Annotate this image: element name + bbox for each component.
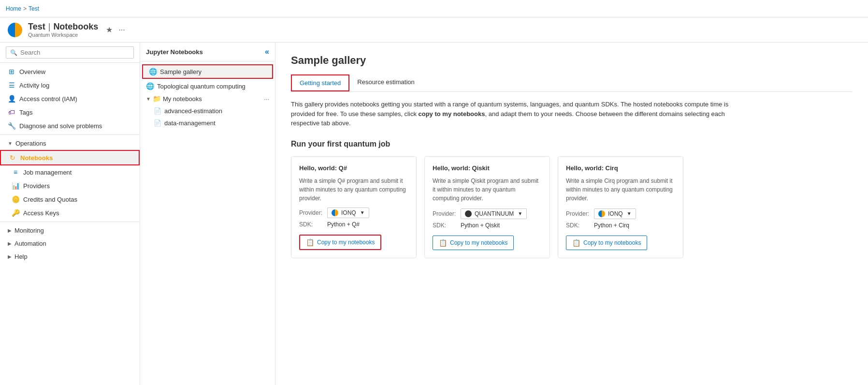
sidebar-item-job-management[interactable]: ≡ Job management (0, 165, 140, 179)
sidebar-section-monitoring[interactable]: ▶ Monitoring (0, 224, 140, 237)
sidebar-label-job-management: Job management (23, 169, 72, 176)
provider-name-qsharp: IONQ (341, 209, 356, 216)
copy-label-cirq: Copy to my notebooks (583, 239, 641, 246)
tab-getting-started[interactable]: Getting started (291, 74, 349, 91)
breadcrumb-bar: Home > Test (0, 0, 868, 17)
card-meta-qiskit: Provider: QUANTINUUM ▼ SDK: Python + Qis… (433, 208, 542, 229)
quantinuum-icon (465, 210, 472, 217)
sidebar-item-providers[interactable]: 📊 Providers (0, 179, 140, 192)
sdk-row-cirq: SDK: Python + Cirq (566, 222, 675, 229)
operations-label: Operations (15, 140, 46, 147)
sidebar-item-access-control[interactable]: 👤 Access control (IAM) (0, 92, 140, 105)
tree-section-my-notebooks[interactable]: ▼ 📁 My notebooks ··· (140, 92, 275, 105)
chevron-right-icon-2: ▶ (8, 241, 12, 246)
left-sidebar: 🔍 ⊞ Overview ☰ Activity log 👤 Access con… (0, 43, 140, 385)
sidebar-section-automation[interactable]: ▶ Automation (0, 237, 140, 250)
page-title: Sample gallery (291, 54, 853, 67)
sidebar-label-access-control: Access control (IAM) (19, 95, 77, 103)
provider-row-qsharp: Provider: IONQ ▼ (299, 207, 408, 218)
sdk-label-qsharp: SDK: (299, 221, 323, 228)
card-desc-qsharp: Write a simple Q# program and submit it … (299, 177, 408, 203)
sidebar-label-providers: Providers (23, 182, 50, 190)
file-icon-2: 📄 (154, 119, 161, 127)
card-title-qiskit: Hello, world: Qiskit (433, 164, 542, 172)
provider-select-cirq[interactable]: IONQ ▼ (594, 208, 636, 219)
main-content: Sample gallery Getting started Resource … (275, 43, 868, 385)
notebook-panel: Jupyter Notebooks « 🌐 Sample gallery 🌐 T… (140, 43, 275, 385)
search-icon: 🔍 (10, 49, 17, 56)
copy-label-qiskit: Copy to my notebooks (450, 239, 507, 246)
card-meta-qsharp: Provider: IONQ ▼ SDK: Python + Q# (299, 207, 408, 228)
card-title-cirq: Hello, world: Cirq (566, 164, 675, 172)
copy-label-qsharp: Copy to my notebooks (317, 239, 375, 246)
chevron-down-provider-cirq: ▼ (627, 211, 632, 216)
tree-label-topological: Topological quantum computing (157, 83, 246, 90)
grid-icon: ⊞ (8, 68, 15, 75)
sidebar-item-diagnose[interactable]: 🔧 Diagnose and solve problems (0, 119, 140, 133)
app-logo (8, 23, 22, 37)
globe-icon-2: 🌐 (146, 82, 154, 90)
chevron-down-provider-qsharp: ▼ (360, 210, 365, 215)
card-meta-cirq: Provider: IONQ ▼ SDK: Python + Cirq (566, 208, 675, 229)
sidebar-section-operations[interactable]: ▼ Operations (0, 137, 140, 150)
tree-item-sample-gallery[interactable]: 🌐 Sample gallery (142, 64, 273, 79)
sidebar-label-overview: Overview (19, 68, 45, 75)
tab-resource-estimation[interactable]: Resource estimation (349, 74, 422, 91)
notebook-tree: 🌐 Sample gallery 🌐 Topological quantum c… (140, 61, 275, 385)
copy-button-qiskit[interactable]: 📋 Copy to my notebooks (433, 236, 514, 250)
copy-icon-qsharp: 📋 (306, 238, 314, 246)
sdk-value-cirq: Python + Cirq (594, 222, 629, 229)
provider-label-qsharp: Provider: (299, 209, 323, 216)
provider-select-qiskit[interactable]: QUANTINUUM ▼ (461, 208, 527, 219)
my-notebooks-more-icon[interactable]: ··· (264, 95, 269, 103)
file-icon: 📄 (154, 107, 161, 115)
card-hello-qsharp: Hello, world: Q# Write a simple Q# progr… (291, 156, 417, 258)
person-icon: 👤 (8, 95, 15, 103)
sidebar-label-diagnose: Diagnose and solve problems (19, 122, 102, 130)
sync-icon: ↻ (9, 154, 16, 162)
copy-icon-qiskit: 📋 (439, 239, 447, 247)
sidebar-item-overview[interactable]: ⊞ Overview (0, 65, 140, 78)
breadcrumb-home[interactable]: Home (6, 5, 21, 12)
more-options-icon[interactable]: ··· (118, 26, 125, 34)
section-title-first-job: Run your first quantum job (291, 140, 853, 148)
content-tabs: Getting started Resource estimation (291, 74, 853, 92)
tree-item-advanced-estimation[interactable]: 📄 advanced-estimation (140, 105, 275, 117)
breadcrumb-current[interactable]: Test (29, 5, 39, 12)
key-icon: 🔑 (12, 209, 19, 217)
lines-icon: ≡ (12, 168, 19, 176)
app-header: Test | Notebooks Quantum Workspace ★ ··· (0, 17, 868, 43)
sidebar-item-credits-quotas[interactable]: 🪙 Credits and Quotas (0, 192, 140, 206)
workspace-subtitle: Quantum Workspace (28, 32, 98, 38)
sdk-row-qiskit: SDK: Python + Qiskit (433, 222, 542, 229)
globe-icon: 🌐 (149, 68, 157, 75)
provider-row-cirq: Provider: IONQ ▼ (566, 208, 675, 219)
sidebar-item-access-keys[interactable]: 🔑 Access Keys (0, 206, 140, 220)
copy-button-qsharp[interactable]: 📋 Copy to my notebooks (299, 235, 381, 250)
sdk-value-qiskit: Python + Qiskit (461, 222, 500, 229)
sidebar-label-credits-quotas: Credits and Quotas (23, 196, 77, 203)
tree-item-topological[interactable]: 🌐 Topological quantum computing (140, 80, 275, 92)
help-label: Help (14, 253, 28, 260)
chevron-right-icon: ▶ (8, 228, 12, 233)
notebook-panel-header: Jupyter Notebooks « (140, 43, 275, 61)
nav-divider (0, 134, 140, 135)
sidebar-item-notebooks[interactable]: ↻ Notebooks (0, 150, 140, 165)
tree-item-data-management[interactable]: 📄 data-management (140, 117, 275, 129)
sidebar-item-activity-log[interactable]: ☰ Activity log (0, 78, 140, 92)
copy-button-cirq[interactable]: 📋 Copy to my notebooks (566, 236, 647, 250)
copy-icon-cirq: 📋 (572, 239, 580, 247)
workspace-name: Test (28, 22, 45, 32)
search-input[interactable] (20, 49, 130, 56)
card-desc-cirq: Write a simple Cirq program and submit i… (566, 177, 675, 204)
collapse-panel-button[interactable]: « (265, 47, 269, 56)
tree-label-sample-gallery: Sample gallery (160, 68, 202, 75)
provider-select-qsharp[interactable]: IONQ ▼ (327, 207, 369, 218)
jupyter-notebooks-title: Jupyter Notebooks (146, 48, 203, 56)
favorite-icon[interactable]: ★ (106, 25, 113, 34)
sidebar-item-tags[interactable]: 🏷 Tags (0, 105, 140, 119)
sidebar-section-help[interactable]: ▶ Help (0, 250, 140, 263)
tree-label-data-management: data-management (164, 119, 216, 127)
nav-divider-2 (0, 222, 140, 222)
chevron-down-provider-qiskit: ▼ (518, 211, 522, 216)
